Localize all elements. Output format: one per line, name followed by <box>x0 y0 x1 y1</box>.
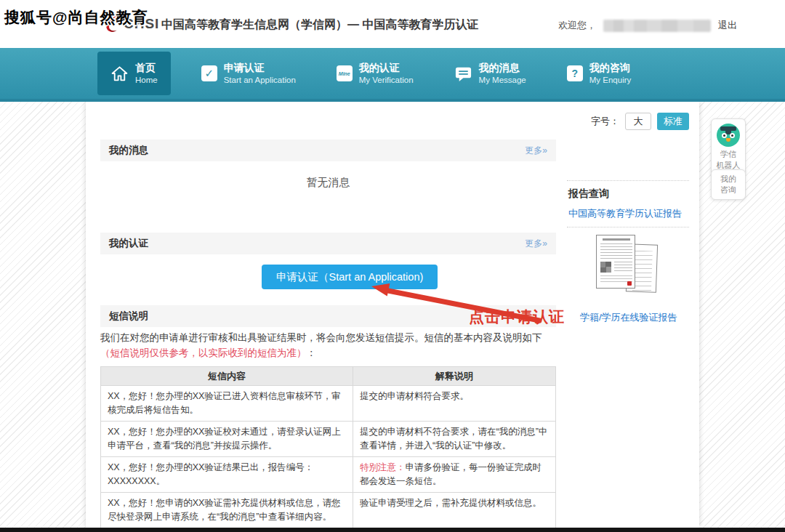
sms-cell: XX，您好！您申请的XX验证需补充提供材料或信息，请您尽快登录网上申请系统，在“… <box>101 493 353 528</box>
report-query-title: 报告查询 <box>568 188 609 201</box>
right-sidebar: 字号： 大 标准 报告查询 中国高等教育学历认证报告 学籍/学历在线验证报告 <box>567 102 692 528</box>
table-row: XX，您好！您办理的XX验证校对未通过，请登录认证网上申请平台，查看“我的消息”… <box>101 422 556 457</box>
nav-msg-zh: 我的消息 <box>479 62 526 75</box>
my-messages-more-link[interactable]: 更多» <box>525 145 547 157</box>
annotation-text: 点击申请认证 <box>469 307 565 327</box>
nav-enq-zh: 我的咨询 <box>589 62 632 75</box>
robot-label-line1: 学信 <box>713 149 744 160</box>
font-size-control: 字号： 大 标准 <box>567 113 689 130</box>
nav-tab-my-message[interactable]: 我的消息 My Message <box>444 55 536 92</box>
message-bubble-icon <box>454 65 472 83</box>
nav-verif-en: My Verification <box>359 75 414 85</box>
robot-avatar-icon <box>717 124 740 147</box>
sms-cell: XX，您好！您办理的XX验证结果已出，报告编号：XXXXXXXX。 <box>101 457 353 493</box>
nav-apply-en: Start an Application <box>224 75 296 85</box>
nav-apply-zh: 申请认证 <box>224 62 296 75</box>
my-verification-more-link[interactable]: 更多» <box>525 238 547 250</box>
red-seal-icon <box>627 281 632 286</box>
special-note-label: 特别注意： <box>360 462 406 472</box>
bottom-black-bar <box>0 528 785 532</box>
font-size-label: 字号： <box>591 115 619 128</box>
table-row: XX，您好！您办理的XX验证已进入资料信息审核环节，审核完成后将短信告知。 提交… <box>101 386 556 422</box>
my-messages-title: 我的消息 <box>109 144 148 157</box>
document-page-front <box>596 235 635 289</box>
sms-title: 短信说明 <box>109 310 148 323</box>
watermark-text: 搜狐号@尚自然教育 <box>4 7 148 28</box>
explain-cell: 提交的申请材料符合要求。 <box>353 386 556 422</box>
chsi-robot-widget[interactable]: 学信 机器人 <box>711 118 746 175</box>
start-application-button[interactable]: 申请认证（Start an Application) <box>262 265 438 289</box>
no-messages-text: 暂无消息 <box>100 176 556 190</box>
online-verification-report-link[interactable]: 学籍/学历在线验证报告 <box>580 311 677 324</box>
table-header-row: 短信内容 解释说明 <box>101 367 556 386</box>
page: CHSI 中国高等教育学生信息网（学信网）— 中国高等教育学历认证 欢迎您， 退… <box>0 0 785 532</box>
enquiry-label-line1: 我的 <box>713 174 744 185</box>
my-verification-title: 我的认证 <box>109 237 148 250</box>
font-size-standard-button[interactable]: 标准 <box>657 113 689 130</box>
col-header-explanation: 解释说明 <box>353 367 556 386</box>
report-document-thumbnail[interactable] <box>589 235 669 304</box>
qr-code-icon <box>600 262 611 273</box>
degree-report-link[interactable]: 中国高等教育学历认证报告 <box>568 207 682 220</box>
nav-verif-zh: 我的认证 <box>359 62 414 75</box>
table-row: XX，您好！您申请的XX验证需补充提供材料或信息，请您尽快登录网上申请系统，在“… <box>101 493 556 528</box>
section-my-verification-header: 我的认证 更多» <box>100 233 556 254</box>
sms-intro-paragraph: 我们在对您的申请单进行审核和出具验证结果时，将会向您发送短信提示。短信的基本内容… <box>100 330 556 360</box>
nav-msg-en: My Message <box>479 75 526 85</box>
welcome-area: 欢迎您， 退出 <box>558 19 737 32</box>
home-icon <box>110 65 129 83</box>
explain-cell: 验证申请受理之后，需补充提供材料或信息。 <box>353 493 556 528</box>
sms-cell: XX，您好！您办理的XX验证校对未通过，请登录认证网上申请平台，查看“我的消息”… <box>101 422 353 457</box>
nav-home-zh: 首页 <box>135 62 158 75</box>
sms-intro-colon: ： <box>307 347 317 358</box>
logout-link[interactable]: 退出 <box>718 19 737 32</box>
nav-home-en: Home <box>135 75 158 85</box>
font-size-large-button[interactable]: 大 <box>625 113 651 130</box>
user-name-redacted <box>603 20 711 32</box>
my-enquiry-widget[interactable]: 我的 咨询 <box>711 169 746 200</box>
question-square-icon: ? <box>567 65 583 81</box>
divider <box>567 180 689 181</box>
welcome-label: 欢迎您， <box>558 19 596 32</box>
nav-tab-my-enquiry[interactable]: ? 我的咨询 My Enquiry <box>557 55 642 92</box>
section-my-messages-header: 我的消息 更多» <box>100 140 556 161</box>
explain-cell: 特别注意：申请多份验证，每一份验证完成时都会发送一条短信。 <box>353 457 556 493</box>
nav-tab-start-application[interactable]: ✓ 申请认证 Start an Application <box>191 55 306 92</box>
nav-tab-my-verification[interactable]: Mine 我的认证 My Verification <box>326 55 424 92</box>
nav-tab-home[interactable]: 首页 Home <box>97 52 171 95</box>
nav-enq-en: My Enquiry <box>589 75 632 85</box>
sms-intro-text: 我们在对您的申请单进行审核和出具验证结果时，将会向您发送短信提示。短信的基本内容… <box>100 332 542 343</box>
col-header-sms-content: 短信内容 <box>101 367 353 386</box>
site-title: 中国高等教育学生信息网（学信网）— 中国高等教育学历认证 <box>161 17 478 33</box>
divider <box>567 227 689 227</box>
enquiry-label-line2: 咨询 <box>713 185 744 196</box>
sms-intro-red-note: （短信说明仅供参考，以实际收到的短信为准） <box>100 347 307 358</box>
main-nav: 首页 Home ✓ 申请认证 Start an Application Mine <box>0 48 785 102</box>
explain-cell: 提交的申请材料不符合要求，请在“我的消息”中查看详情，并进入“我的认证”中修改。 <box>353 422 556 457</box>
sms-table: 短信内容 解释说明 XX，您好！您办理的XX验证已进入资料信息审核环节，审核完成… <box>100 366 556 528</box>
table-row: XX，您好！您办理的XX验证结果已出，报告编号：XXXXXXXX。 特别注意：申… <box>101 457 556 493</box>
sms-cell: XX，您好！您办理的XX验证已进入资料信息审核环节，审核完成后将短信告知。 <box>101 386 353 422</box>
mine-icon: Mine <box>337 65 353 81</box>
check-square-icon: ✓ <box>201 65 217 81</box>
main-content-panel: 我的消息 更多» 暂无消息 我的认证 更多» 申请认证（Start an App… <box>86 102 699 528</box>
